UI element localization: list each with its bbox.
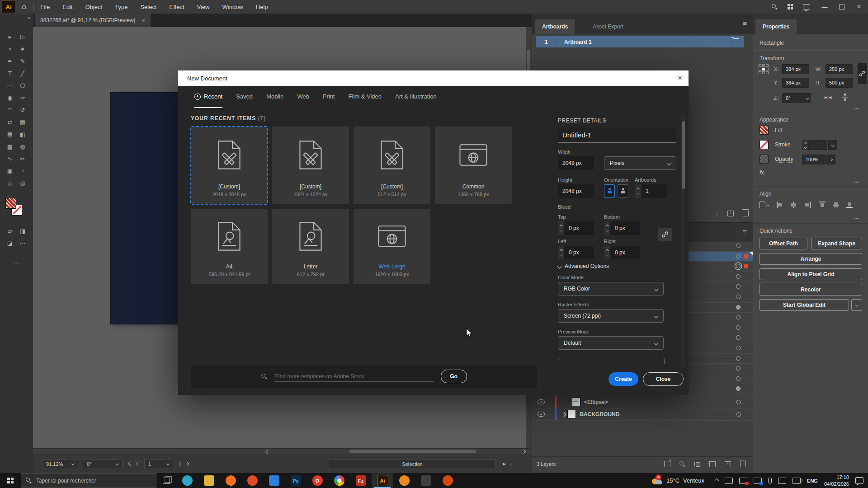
dialog-tab[interactable]: Film & Video — [349, 86, 382, 108]
flip-vertical-icon[interactable]: ▸|◂ — [842, 94, 849, 100]
portrait-orientation-button[interactable] — [604, 184, 615, 198]
layer-row-ellipse[interactable]: <Ellipse> — [532, 396, 753, 408]
align-to-selector[interactable] — [760, 202, 769, 208]
weather-widget[interactable]: 4 15°C Venteux — [652, 477, 704, 485]
taskbar-app[interactable] — [198, 473, 220, 488]
fill-swatch[interactable] — [5, 198, 16, 209]
menu-item[interactable]: View — [197, 4, 210, 10]
layer-target-icon[interactable] — [736, 274, 741, 279]
align-right-icon[interactable] — [804, 202, 811, 208]
workspace-grid-icon[interactable] — [788, 4, 793, 9]
align-to-pixel-grid-button[interactable]: Align to Pixel Grid — [760, 268, 862, 280]
taskbar-app[interactable] — [263, 473, 285, 488]
bleed-top-stepper[interactable] — [558, 221, 564, 235]
rotation-select[interactable]: 0° — [782, 93, 811, 103]
dialog-tab[interactable]: Web — [297, 86, 309, 108]
move-down-icon[interactable]: ↓ — [716, 210, 719, 217]
fill-color-swatch[interactable] — [760, 126, 769, 135]
toolbar-mode-icon[interactable]: ⋯ — [16, 237, 29, 249]
align-top-icon[interactable] — [819, 202, 826, 208]
tool-icon[interactable]: ✒ — [4, 55, 16, 67]
align-bottom-icon[interactable] — [846, 202, 853, 208]
height-field[interactable] — [558, 184, 594, 198]
stroke-weight-dropdown[interactable] — [828, 140, 837, 150]
close-tab-icon[interactable]: × — [142, 17, 145, 24]
collapse-panel-icon[interactable]: « — [28, 15, 30, 20]
document-tab[interactable]: 8832266.ai* @ 91,12 % (RGB/Preview) × — [35, 14, 151, 27]
h-field[interactable]: 500 px — [826, 78, 853, 88]
home-icon[interactable]: ⌂ — [22, 2, 26, 11]
x-field[interactable]: 384 px — [782, 64, 809, 74]
units-dropdown[interactable]: Pixels — [604, 156, 676, 170]
illustrator-logo[interactable]: Ai — [2, 0, 15, 13]
start-global-edit-button[interactable]: Start Global Edit — [760, 299, 849, 311]
artboards-stepper[interactable] — [635, 184, 641, 198]
action-center-icon[interactable] — [855, 477, 863, 484]
taskbar-app[interactable] — [328, 473, 350, 488]
taskbar-app[interactable]: Fz — [350, 473, 372, 488]
tool-icon[interactable]: ↺ — [16, 104, 29, 116]
layers-menu-icon[interactable]: ≡ — [743, 228, 747, 235]
tool-icon[interactable]: ✶ — [16, 43, 29, 55]
opacity-swatch[interactable] — [760, 155, 769, 164]
layer-target-icon[interactable] — [736, 386, 741, 391]
color-mode-dropdown[interactable]: RGB Color — [558, 282, 664, 296]
menu-item[interactable]: Edit — [62, 4, 72, 10]
next-artboard-icon[interactable] — [177, 462, 182, 466]
network-icon[interactable] — [778, 478, 786, 484]
tool-icon[interactable]: ⬡ — [16, 80, 29, 92]
menu-item[interactable]: Object — [85, 4, 103, 10]
new-sublayer-icon[interactable] — [709, 461, 716, 467]
delete-layer-icon[interactable] — [740, 461, 746, 467]
more-tools-icon[interactable]: … — [0, 258, 33, 265]
move-up-icon[interactable]: ↑ — [703, 210, 707, 217]
layer-target-icon[interactable] — [736, 335, 741, 340]
global-edit-options-icon[interactable] — [851, 299, 862, 311]
locate-object-icon[interactable] — [679, 461, 685, 467]
cloud-error-icon[interactable] — [739, 478, 747, 484]
close-window-button[interactable]: × — [854, 3, 863, 11]
layer-target-icon[interactable] — [736, 400, 741, 404]
link-bleeds-icon[interactable] — [658, 228, 672, 241]
align-center-icon[interactable] — [790, 202, 797, 208]
link-dimensions-icon[interactable] — [858, 63, 867, 84]
tool-icon[interactable]: ◍ — [16, 141, 29, 153]
bleed-bottom-stepper[interactable] — [604, 221, 610, 235]
artboard-list-item[interactable]: 1 Artboard 1 — [536, 36, 744, 47]
taskbar-clock[interactable]: 17:10 04/02/2026 — [824, 474, 849, 488]
dialog-tab[interactable]: Art & Illustration — [395, 86, 437, 108]
tool-icon[interactable]: ▦ — [16, 116, 29, 128]
bleed-top-field[interactable] — [564, 221, 594, 235]
visibility-eye-icon[interactable] — [538, 412, 545, 417]
expand-layer-icon[interactable]: ❯ — [563, 412, 566, 417]
new-artboard-icon[interactable] — [727, 211, 734, 216]
bleed-left-field[interactable] — [564, 246, 594, 259]
taskbar-app[interactable] — [241, 473, 263, 488]
preset-card[interactable]: [Custom] 1024 x 1024 px — [272, 127, 349, 204]
taskbar-app[interactable]: O — [307, 473, 328, 488]
maximize-button[interactable] — [839, 5, 844, 9]
preset-card[interactable]: Common 1366 x 768 px — [435, 127, 512, 204]
landscape-orientation-button[interactable] — [618, 184, 628, 198]
tool-icon[interactable]: ✎ — [16, 55, 29, 67]
tool-icon[interactable]: ▣ — [4, 165, 16, 177]
screen-clip-icon[interactable] — [725, 478, 733, 484]
stroke-weight-stepper[interactable] — [802, 140, 808, 150]
artboard-page-icon[interactable] — [733, 38, 739, 45]
tool-icon[interactable]: ╱ — [16, 67, 29, 80]
expand-shape-button[interactable]: Expand Shape — [811, 238, 862, 249]
advanced-options-toggle[interactable]: Advanced Options — [558, 263, 609, 269]
y-field[interactable]: 384 px — [782, 78, 809, 88]
toolbar-mode-icon[interactable]: ◪ — [4, 237, 16, 249]
tab-properties[interactable]: Properties — [755, 19, 797, 34]
preview-mode-dropdown[interactable]: Default — [558, 336, 664, 350]
recolor-button[interactable]: Recolor — [760, 284, 862, 296]
layer-target-icon[interactable] — [736, 346, 741, 350]
flip-horizontal-icon[interactable]: ▸|◂ — [825, 94, 831, 100]
taskbar-app[interactable] — [220, 473, 241, 488]
tool-icon[interactable]: ∿ — [4, 153, 16, 165]
layer-target-icon[interactable] — [736, 244, 741, 248]
tool-icon[interactable]: ✂ — [16, 153, 29, 165]
artboards-field[interactable] — [641, 184, 667, 198]
collect-for-export-icon[interactable] — [664, 461, 670, 467]
